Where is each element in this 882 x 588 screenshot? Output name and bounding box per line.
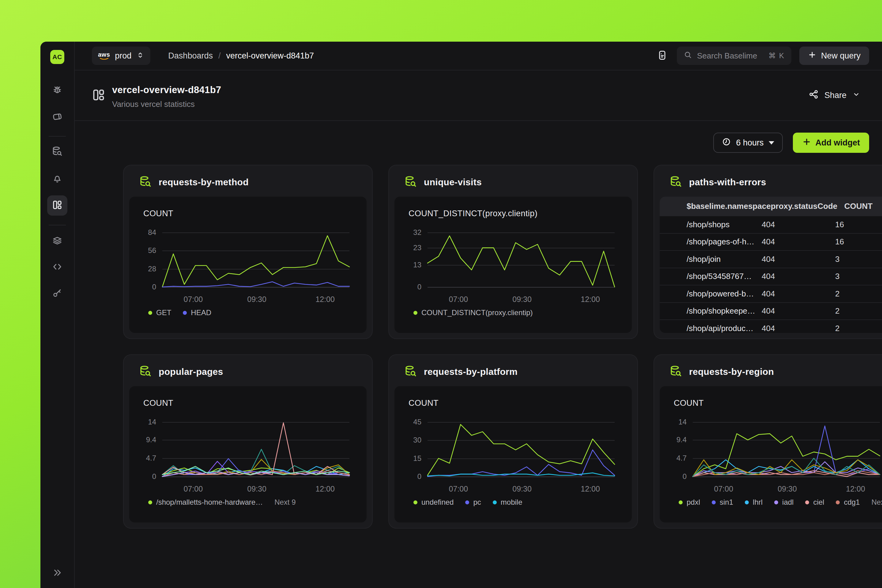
chart-metric-label: COUNT bbox=[143, 209, 354, 218]
caret-down-icon bbox=[769, 141, 774, 144]
legend-label: sin1 bbox=[720, 498, 733, 507]
legend-label: pc bbox=[473, 498, 481, 507]
x-axis: 07:0009:3012:00 bbox=[428, 477, 615, 495]
table-row[interactable]: /shop/pages-of-hackney40416 bbox=[660, 233, 882, 250]
legend-next-label[interactable]: Next 6 bbox=[872, 498, 882, 507]
account-avatar[interactable]: AC bbox=[50, 50, 64, 64]
x-axis: 07:0009:3012:00 bbox=[428, 287, 615, 306]
changelog-button[interactable] bbox=[657, 50, 668, 62]
sidebar-collapse-button[interactable] bbox=[52, 567, 63, 579]
legend-item[interactable]: /shop/malletts-home-hardware… bbox=[148, 498, 263, 507]
series-line-undefined bbox=[428, 424, 615, 475]
x-axis-tick: 12:00 bbox=[580, 295, 600, 304]
y-axis-tick: 0 bbox=[417, 472, 422, 481]
new-query-button[interactable]: New query bbox=[800, 46, 869, 65]
chart-panel: COUNT453015007:0009:3012:00undefinedpcmo… bbox=[394, 386, 632, 522]
legend-item[interactable]: undefined bbox=[413, 498, 453, 507]
cell-namespace: /shop/shopkeeper-support bbox=[687, 306, 762, 316]
legend-item[interactable]: COUNT_DISTINCT(proxy.clientip) bbox=[413, 308, 533, 317]
x-axis-tick: 09:30 bbox=[512, 295, 532, 304]
series-line-other bbox=[162, 423, 350, 475]
chevron-down-icon bbox=[852, 90, 861, 101]
chart-panel: COUNT845628007:0009:3012:00GETHEAD bbox=[129, 196, 367, 333]
search-input[interactable]: Search Baselime ⌘ K bbox=[677, 46, 791, 65]
series-line-GET bbox=[162, 236, 350, 287]
cell-namespace: /shop/534587678/product… bbox=[687, 272, 762, 281]
sidebar-item-errors[interactable] bbox=[52, 85, 63, 96]
table-row[interactable]: /shop/534587678/product…4043 bbox=[660, 268, 882, 285]
widget-card-requests-by-region[interactable]: requests-by-regionCOUNT149.44.7007:0009:… bbox=[654, 354, 882, 529]
avatar[interactable]: AC bbox=[50, 50, 64, 64]
cell-namespace: /shop/join bbox=[687, 255, 762, 264]
database-search-icon bbox=[52, 146, 63, 158]
legend-item[interactable]: pdxl bbox=[679, 498, 700, 507]
code-icon bbox=[52, 261, 63, 273]
cell-statuscode: 404 bbox=[762, 237, 835, 246]
y-axis-tick: 4.7 bbox=[676, 454, 687, 462]
widget-card-requests-by-method[interactable]: requests-by-methodCOUNT845628007:0009:30… bbox=[123, 165, 373, 339]
x-axis-tick: 09:30 bbox=[247, 484, 266, 494]
widget-header: unique-visits bbox=[389, 165, 637, 196]
sidebar-item-queries[interactable] bbox=[52, 146, 63, 158]
table-row[interactable]: /shop/shopkeeper-support4042 bbox=[660, 302, 882, 320]
legend-dot-icon bbox=[679, 500, 682, 504]
legend-item[interactable]: pc bbox=[465, 498, 481, 507]
table-row[interactable]: /shop/shops40416 bbox=[660, 216, 882, 233]
legend-item[interactable]: iadl bbox=[774, 498, 794, 507]
time-range-selector[interactable]: 6 hours bbox=[713, 133, 783, 153]
legend-label: GET bbox=[156, 308, 171, 317]
widget-card-requests-by-platform[interactable]: requests-by-platformCOUNT453015007:0009:… bbox=[388, 354, 638, 529]
share-nodes-icon bbox=[808, 89, 819, 102]
breadcrumb-current: vercel-overview-d841b7 bbox=[226, 51, 314, 61]
chart-lines bbox=[162, 422, 350, 477]
legend-item[interactable]: HEAD bbox=[183, 308, 212, 317]
sidebar-divider bbox=[49, 225, 66, 225]
sidebar-item-sandbox[interactable] bbox=[52, 111, 63, 123]
legend-item[interactable]: GET bbox=[148, 308, 171, 317]
chevron-updown-icon bbox=[136, 51, 144, 60]
legend-label: HEAD bbox=[191, 308, 212, 317]
add-widget-label: Add widget bbox=[816, 138, 860, 148]
legend-label: lhrl bbox=[753, 498, 763, 507]
cell-namespace: /shop/shops bbox=[687, 220, 762, 230]
x-axis: 07:0009:3012:00 bbox=[693, 477, 880, 495]
sidebar-item-api[interactable] bbox=[52, 261, 63, 273]
x-axis-tick: 07:00 bbox=[184, 295, 203, 304]
legend-label: /shop/malletts-home-hardware… bbox=[156, 498, 263, 507]
widget-card-unique-visits[interactable]: unique-visitsCOUNT_DISTINCT(proxy.client… bbox=[388, 165, 638, 339]
table-row[interactable]: /shop/api/product/674904042 bbox=[660, 320, 882, 333]
cell-count: 16 bbox=[835, 237, 882, 246]
page-title: vercel-overview-d841b7 bbox=[112, 84, 221, 96]
series-line-pc bbox=[428, 450, 615, 477]
key-icon bbox=[52, 288, 63, 300]
widget-card-popular-pages[interactable]: popular-pagesCOUNT149.44.7007:0009:3012:… bbox=[123, 354, 373, 529]
legend-item[interactable]: lhrl bbox=[745, 498, 763, 507]
sidebar-item-keys[interactable] bbox=[52, 288, 63, 300]
sidebar-item-dashboards[interactable] bbox=[47, 195, 68, 216]
table-header-namespace: $baselime.namespace bbox=[687, 201, 771, 211]
legend-item[interactable]: ciel bbox=[805, 498, 824, 507]
query-database-icon bbox=[669, 365, 682, 379]
chart-panel: COUNT_DISTINCT(proxy.clientip)322313007:… bbox=[394, 196, 632, 333]
sidebar-item-layers[interactable] bbox=[52, 235, 63, 247]
share-button[interactable]: Share bbox=[808, 89, 861, 102]
sidebar-item-alerts[interactable] bbox=[52, 173, 63, 184]
table-row[interactable]: /shop/powered-by-plants4042 bbox=[660, 285, 882, 302]
app-window: AC bbox=[40, 42, 882, 588]
plus-icon bbox=[808, 51, 816, 61]
widget-card-paths-with-errors[interactable]: paths-with-errors$baselime.namespaceprox… bbox=[654, 165, 882, 339]
legend-dot-icon bbox=[805, 500, 809, 504]
x-axis-tick: 09:30 bbox=[512, 484, 532, 494]
table-row[interactable]: /shop/join4043 bbox=[660, 250, 882, 268]
legend-item[interactable]: sin1 bbox=[712, 498, 733, 507]
widget-title: paths-with-errors bbox=[689, 177, 766, 188]
legend-item[interactable]: cdg1 bbox=[836, 498, 860, 507]
legend-next-label[interactable]: Next 9 bbox=[274, 498, 296, 507]
legend-item[interactable]: mobile bbox=[493, 498, 522, 507]
x-axis-tick: 09:30 bbox=[778, 484, 797, 494]
add-widget-button[interactable]: Add widget bbox=[793, 133, 869, 153]
breadcrumb-dashboards[interactable]: Dashboards bbox=[168, 51, 213, 61]
environment-selector[interactable]: aws prod bbox=[92, 46, 150, 65]
x-axis-tick: 07:00 bbox=[449, 295, 468, 304]
chart-plot-area: 4530150 bbox=[428, 422, 615, 477]
